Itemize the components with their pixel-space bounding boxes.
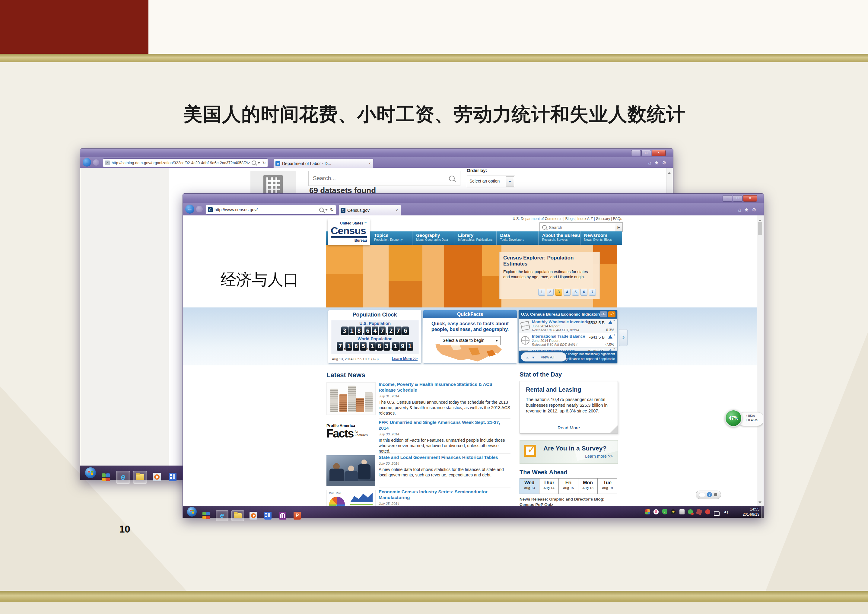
- carousel-controls[interactable]: View All: [521, 352, 566, 361]
- scroll-down-icon[interactable]: [532, 357, 535, 358]
- search-icon[interactable]: [319, 208, 324, 212]
- start-button[interactable]: [187, 507, 197, 516]
- day-tue[interactable]: TueAug 19: [598, 478, 617, 494]
- keyboard-icon[interactable]: [699, 493, 705, 497]
- refresh-icon[interactable]: ↻: [262, 161, 266, 165]
- survey-learn-more-link[interactable]: Learn more >>: [585, 454, 613, 459]
- link-blogs[interactable]: Blogs: [566, 217, 574, 221]
- indicator-row[interactable]: Monthly Wholesale Inventories June 2014 …: [519, 319, 617, 333]
- link-index[interactable]: Index A-Z: [577, 217, 593, 221]
- population-clock-title[interactable]: Population Clock: [328, 312, 421, 318]
- scroll-up-arrow[interactable]: [758, 217, 761, 222]
- search-go-button[interactable]: ▶: [615, 223, 622, 232]
- video-app-icon[interactable]: [167, 471, 178, 483]
- media-player-icon[interactable]: [151, 471, 163, 483]
- page-1-button[interactable]: 1: [538, 289, 545, 296]
- purple-app-icon[interactable]: [277, 510, 288, 521]
- tab-census[interactable]: C Census.gov ×: [338, 205, 401, 216]
- maximize-button[interactable]: □: [642, 150, 651, 156]
- network-tray-icon[interactable]: [714, 512, 719, 516]
- state-select-dropdown[interactable]: Select a state to begin: [440, 336, 501, 345]
- refresh-icon[interactable]: ↻: [330, 207, 334, 212]
- order-by-select[interactable]: Select an option: [467, 175, 515, 188]
- close-button[interactable]: ×: [652, 150, 666, 156]
- news-headline-link[interactable]: Income, Poverty & Health Insurance Stati…: [379, 382, 510, 393]
- tools-icon[interactable]: ⚙: [752, 207, 760, 213]
- tool-tray-icon[interactable]: [696, 509, 702, 515]
- read-more-link[interactable]: Read More: [520, 425, 618, 430]
- census-logo[interactable]: United States™ Census Bureau: [328, 219, 370, 245]
- close-button[interactable]: ×: [743, 195, 757, 202]
- news-headline-link[interactable]: FFF: Unmarried and Single Americans Week…: [379, 420, 510, 431]
- home-icon[interactable]: ⌂: [648, 160, 654, 166]
- back-button[interactable]: ←: [185, 205, 194, 214]
- view-all-link[interactable]: View All: [541, 355, 554, 359]
- page-3-button[interactable]: 3: [555, 289, 562, 296]
- select-arrow-box[interactable]: [506, 177, 514, 186]
- maximize-button[interactable]: □: [733, 195, 742, 202]
- page-7-button[interactable]: 7: [589, 289, 596, 296]
- scroll-up-arrow[interactable]: [668, 169, 671, 175]
- shield-tray-icon[interactable]: ✓: [662, 509, 667, 515]
- panel-title[interactable]: Census Explorer: Population Estimates: [503, 255, 596, 267]
- nav-about[interactable]: About the BureauResearch, Surveys: [538, 231, 580, 245]
- site-search-input[interactable]: [548, 223, 613, 232]
- app-squares-icon[interactable]: [200, 510, 212, 521]
- news-release-text[interactable]: News Release: Graphic and Director's Blo…: [519, 497, 619, 506]
- sogou-tray-icon[interactable]: S: [654, 509, 659, 515]
- url-dropdown-icon[interactable]: [325, 209, 328, 211]
- news-headline-link[interactable]: Economic Census Industry Series: Semicon…: [379, 489, 510, 501]
- url-dropdown-icon[interactable]: [257, 162, 260, 164]
- internet-explorer-icon[interactable]: e: [116, 471, 130, 484]
- scrollbar-track[interactable]: [757, 216, 763, 506]
- nav-library[interactable]: LibraryInfographics, Publications: [454, 231, 496, 245]
- page-4-button[interactable]: 4: [564, 289, 570, 296]
- app-squares-icon[interactable]: [99, 471, 112, 484]
- page-2-button[interactable]: 2: [547, 289, 553, 296]
- minimize-button[interactable]: –: [631, 150, 641, 156]
- status-tray-icon[interactable]: [688, 509, 693, 515]
- embed-code-icon[interactable]: </>: [600, 312, 607, 318]
- search-submit-icon[interactable]: [449, 175, 455, 181]
- scroll-up-icon[interactable]: [526, 357, 529, 358]
- forward-button[interactable]: [93, 159, 99, 166]
- link-faqs[interactable]: FAQs: [613, 217, 622, 221]
- clock-tray[interactable]: 14:55 2014/8/13: [742, 507, 760, 517]
- video-app-icon[interactable]: [262, 510, 273, 521]
- window-titlebar[interactable]: –□×: [80, 149, 673, 157]
- nav-newsroom[interactable]: NewsroomNews, Events, Blogs: [580, 231, 622, 245]
- forward-button[interactable]: [196, 206, 203, 212]
- scroll-thumb[interactable]: [758, 222, 762, 235]
- nav-geography[interactable]: GeographyMaps, Geographic Data: [412, 231, 454, 245]
- minimize-button[interactable]: –: [722, 195, 732, 202]
- quickfacts-title[interactable]: QuickFacts: [423, 310, 517, 318]
- ime-toolbar[interactable]: ?: [696, 491, 721, 499]
- tab-close-icon[interactable]: ×: [368, 161, 371, 166]
- url-field[interactable]: C http://www.census.gov/ ↻: [206, 205, 336, 214]
- favorites-icon[interactable]: ★: [654, 160, 662, 166]
- search-icon[interactable]: [252, 161, 256, 165]
- cube-tray-icon[interactable]: [645, 509, 650, 515]
- nav-topics[interactable]: TopicsPopulation, Economy: [370, 231, 412, 245]
- day-wed[interactable]: WedAug 13: [519, 478, 539, 494]
- tab-close-icon[interactable]: ×: [395, 208, 398, 213]
- window-titlebar[interactable]: –□×: [183, 194, 764, 203]
- internet-explorer-icon[interactable]: e: [216, 510, 228, 521]
- home-icon[interactable]: ⌂: [738, 207, 744, 213]
- file-explorer-icon[interactable]: [231, 510, 244, 521]
- link-glossary[interactable]: Glossary: [596, 217, 610, 221]
- file-explorer-icon[interactable]: [133, 471, 147, 484]
- show-desktop-button[interactable]: [761, 506, 764, 518]
- url-field[interactable]: e http://catalog.data.gov/organization/3…: [103, 158, 268, 167]
- day-thur[interactable]: ThurAug 14: [539, 478, 559, 494]
- volume-tray-icon[interactable]: ◄): [723, 509, 728, 515]
- speed-widget-ball[interactable]: 47%: [725, 409, 742, 427]
- nav-data[interactable]: DataTools, Developers: [496, 231, 538, 245]
- scroll-down-arrow[interactable]: [758, 499, 761, 504]
- badge-tray-icon[interactable]: [705, 509, 710, 515]
- rss-icon[interactable]: ☍: [608, 312, 615, 318]
- tab-department-of-labor[interactable]: e Department of Labor - D... ×: [273, 158, 374, 168]
- day-mon[interactable]: MonAug 18: [578, 478, 598, 494]
- start-button[interactable]: [85, 467, 96, 478]
- survey-banner[interactable]: ✓ Are You in a Survey? Learn more >>: [519, 440, 618, 464]
